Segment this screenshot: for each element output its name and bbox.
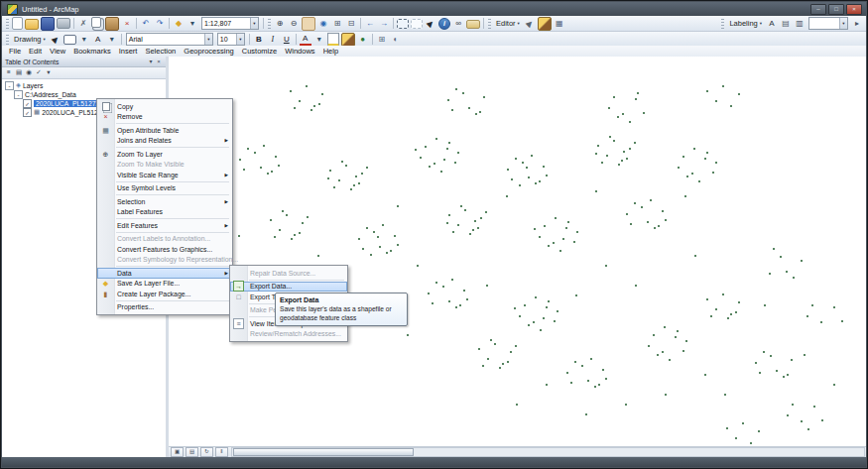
draw-pointer-icon[interactable]: ▶ bbox=[50, 34, 62, 46]
toc-item-layers[interactable]: -◈Layers bbox=[2, 81, 166, 90]
paste-icon[interactable] bbox=[105, 17, 119, 31]
find-icon[interactable]: ∞ bbox=[452, 18, 464, 30]
font-combo-arrow-icon[interactable]: ▾ bbox=[204, 34, 212, 45]
menu-item-export-data[interactable]: →Export Data... bbox=[230, 282, 347, 293]
menu-item-open-attribute-table[interactable]: ▦Open Attribute Table bbox=[97, 125, 232, 136]
marker-color-icon[interactable]: ● bbox=[357, 34, 369, 46]
close-button[interactable]: × bbox=[846, 4, 862, 15]
toolbar-grip[interactable] bbox=[268, 19, 271, 29]
menu-insert[interactable]: Insert bbox=[115, 47, 142, 56]
menu-item-zoom-to-layer[interactable]: ⊕Zoom To Layer bbox=[97, 149, 232, 160]
menu-edit[interactable]: Edit bbox=[25, 47, 46, 56]
toc-close-icon[interactable]: × bbox=[155, 58, 163, 65]
select-features-icon[interactable] bbox=[397, 19, 409, 29]
list-by-source-icon[interactable]: ▤ bbox=[14, 68, 24, 78]
pan-icon[interactable] bbox=[302, 17, 315, 31]
line-color-icon[interactable] bbox=[341, 33, 355, 47]
minimize-button[interactable]: – bbox=[810, 4, 826, 15]
delete-icon[interactable]: × bbox=[121, 18, 133, 30]
font-size-combo-arrow-icon[interactable]: ▾ bbox=[236, 34, 244, 45]
toolbar-grip[interactable] bbox=[721, 19, 724, 29]
menu-item-joins-and-relates[interactable]: Joins and Relates▶ bbox=[97, 136, 232, 147]
label-priority-icon[interactable]: ▤ bbox=[780, 18, 792, 30]
drawing-menu[interactable]: Drawing bbox=[11, 35, 49, 44]
layout-view-button[interactable]: ▤ bbox=[186, 447, 198, 457]
fill-color-icon[interactable] bbox=[327, 33, 339, 47]
label-weight-icon[interactable]: ▥ bbox=[794, 18, 806, 30]
identify-icon[interactable]: i bbox=[438, 18, 450, 30]
menu-help[interactable]: Help bbox=[319, 47, 342, 56]
scrollbar-thumb[interactable] bbox=[233, 448, 414, 456]
menu-file[interactable]: File bbox=[5, 47, 25, 56]
back-extent-icon[interactable]: ← bbox=[364, 18, 376, 30]
new-document-icon[interactable] bbox=[12, 17, 23, 30]
font-size-combo[interactable]: 10▾ bbox=[217, 33, 245, 46]
open-folder-icon[interactable] bbox=[25, 19, 39, 30]
full-extent-icon[interactable]: ◉ bbox=[317, 18, 329, 30]
draw-rectangle-icon[interactable] bbox=[63, 35, 76, 45]
toolbar-grip[interactable] bbox=[488, 19, 491, 29]
zoom-in-icon[interactable]: ⊕ bbox=[274, 18, 286, 30]
snapping-icon[interactable]: ⊞ bbox=[376, 34, 388, 46]
fixed-zoom-out-icon[interactable]: ⊟ bbox=[345, 18, 357, 30]
effects-icon[interactable]: ◐ bbox=[390, 34, 402, 46]
cut-icon[interactable]: ✗ bbox=[77, 18, 89, 30]
label-manager-icon[interactable]: A bbox=[766, 18, 778, 30]
edit-attributes-icon[interactable]: ▦ bbox=[554, 18, 565, 30]
menu-item-data[interactable]: Data▶ bbox=[97, 268, 232, 279]
menu-selection[interactable]: Selection bbox=[141, 47, 180, 56]
menu-item-remove[interactable]: ×Remove bbox=[97, 112, 232, 123]
menu-bookmarks[interactable]: Bookmarks bbox=[69, 47, 115, 56]
scale-combo-arrow-icon[interactable]: ▾ bbox=[250, 18, 258, 29]
data-view-button[interactable]: ▣ bbox=[171, 447, 184, 457]
measure-icon[interactable] bbox=[466, 20, 480, 29]
edit-tool-icon[interactable]: ▶ bbox=[524, 18, 536, 30]
editor-menu[interactable]: Editor bbox=[493, 19, 523, 28]
select-elements-icon[interactable]: ▶ bbox=[425, 18, 436, 30]
layer-visibility-checkbox[interactable]: ✓ bbox=[23, 99, 32, 108]
font-color-arrow-icon[interactable]: ▾ bbox=[313, 34, 325, 46]
underline-icon[interactable]: U bbox=[281, 34, 293, 46]
menu-customize[interactable]: Customize bbox=[238, 47, 281, 56]
menu-item-selection[interactable]: Selection▶ bbox=[97, 196, 232, 207]
zoom-out-icon[interactable]: ⊖ bbox=[288, 18, 300, 30]
toolbar-grip[interactable] bbox=[6, 35, 9, 45]
list-by-selection-icon[interactable]: ✓ bbox=[34, 68, 44, 78]
font-combo[interactable]: Arial▾ bbox=[126, 33, 213, 46]
list-by-drawing-order-icon[interactable]: ≡ bbox=[4, 68, 14, 78]
pause-drawing-button[interactable]: ‖ bbox=[215, 447, 228, 457]
text-dropdown-arrow-icon[interactable]: ▾ bbox=[106, 34, 118, 46]
labeling-menu[interactable]: Labeling bbox=[726, 19, 765, 28]
menu-item-create-layer-package[interactable]: ▮Create Layer Package... bbox=[97, 289, 232, 299]
toc-options-icon[interactable]: ▾ bbox=[44, 68, 54, 78]
font-color-icon[interactable]: A bbox=[300, 33, 311, 46]
copy-icon[interactable] bbox=[91, 17, 101, 28]
bold-icon[interactable]: B bbox=[253, 34, 265, 46]
save-icon[interactable] bbox=[41, 17, 55, 31]
add-data-icon[interactable]: ◆ bbox=[173, 18, 185, 30]
unplaced-labels-icon[interactable]: ▸ bbox=[851, 18, 863, 30]
shape-dropdown-arrow-icon[interactable]: ▾ bbox=[78, 34, 90, 46]
horizontal-scrollbar[interactable] bbox=[231, 447, 865, 457]
menu-item-edit-features[interactable]: Edit Features▶ bbox=[97, 220, 232, 231]
tree-expander-icon[interactable]: - bbox=[5, 81, 14, 90]
add-data-arrow-icon[interactable]: ▾ bbox=[186, 18, 198, 30]
print-icon[interactable] bbox=[57, 18, 70, 29]
menu-view[interactable]: View bbox=[46, 47, 69, 56]
labeling-combo[interactable]: ▾ bbox=[808, 17, 848, 30]
tree-expander-icon[interactable]: - bbox=[14, 90, 23, 99]
labeling-combo-arrow-icon[interactable]: ▾ bbox=[839, 18, 847, 29]
text-tool-icon[interactable]: A bbox=[92, 34, 104, 46]
clear-selection-icon[interactable] bbox=[411, 19, 423, 29]
refresh-view-button[interactable]: ↻ bbox=[200, 447, 213, 457]
menu-item-visible-scale-range[interactable]: Visible Scale Range▶ bbox=[97, 170, 232, 180]
redo-icon[interactable]: ↷ bbox=[154, 18, 166, 30]
forward-extent-icon[interactable]: → bbox=[378, 18, 390, 30]
maximize-button[interactable]: □ bbox=[828, 4, 844, 15]
menu-item-convert-features-to-graphics[interactable]: Convert Features to Graphics... bbox=[97, 244, 232, 255]
fixed-zoom-in-icon[interactable]: ⊞ bbox=[331, 18, 343, 30]
menu-windows[interactable]: Windows bbox=[281, 47, 318, 56]
menu-item-label-features[interactable]: Label Features bbox=[97, 207, 232, 218]
layer-visibility-checkbox[interactable]: ✓ bbox=[23, 108, 32, 117]
menu-geoprocessing[interactable]: Geoprocessing bbox=[180, 47, 237, 56]
